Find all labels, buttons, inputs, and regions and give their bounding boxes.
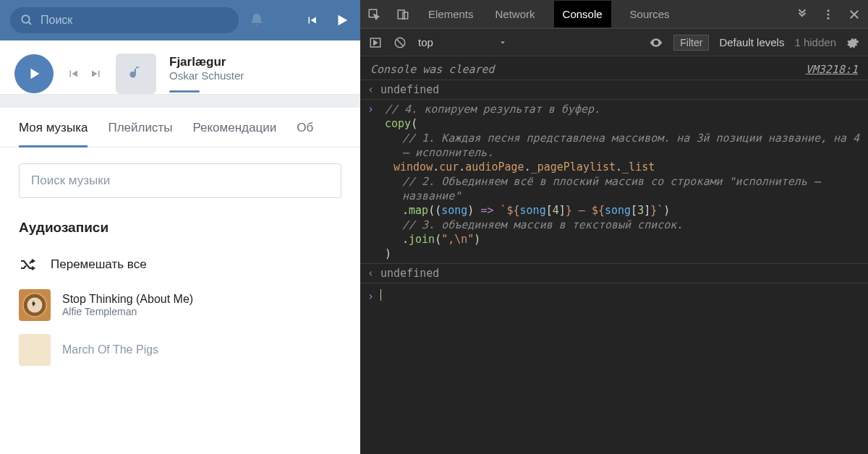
header-player-controls <box>305 12 350 28</box>
music-content: Моя музыка Плейлисты Рекомендации Об Ауд… <box>0 108 360 454</box>
play-icon[interactable] <box>334 12 350 28</box>
track-list: Stop Thinking (About Me) Alfie Templeman… <box>0 273 360 366</box>
inspect-icon[interactable] <box>367 8 380 21</box>
track-row[interactable]: Stop Thinking (About Me) Alfie Templeman <box>19 289 341 321</box>
bell-icon[interactable] <box>249 12 265 28</box>
search-icon <box>20 14 33 27</box>
now-playing-artist: Oskar Schuster <box>169 69 244 82</box>
console-input[interactable]: › <box>360 283 868 309</box>
tab-playlists[interactable]: Плейлисты <box>108 121 172 147</box>
gear-icon[interactable] <box>846 36 859 49</box>
hidden-count[interactable]: 1 hidden <box>794 36 836 48</box>
shuffle-label: Перемешать все <box>51 257 147 272</box>
svg-point-3 <box>27 298 43 313</box>
svg-point-8 <box>827 13 830 15</box>
console-output-text: undefined <box>380 266 439 280</box>
play-button[interactable] <box>14 54 54 93</box>
now-playing-title: Fjarlægur <box>169 55 244 69</box>
svg-point-7 <box>827 9 830 12</box>
kebab-icon[interactable] <box>822 8 835 21</box>
play-icon <box>26 66 42 82</box>
svg-rect-6 <box>403 12 408 19</box>
clear-console-icon[interactable] <box>393 36 407 49</box>
more-tabs-icon[interactable] <box>796 8 809 21</box>
context-select[interactable]: top <box>418 36 507 48</box>
sidebar-toggle-icon[interactable] <box>369 36 382 49</box>
tab-updates[interactable]: Об <box>297 121 313 147</box>
tab-console[interactable]: Console <box>554 1 611 27</box>
music-search-input[interactable] <box>31 174 329 188</box>
shuffle-icon <box>19 256 36 273</box>
tab-elements[interactable]: Elements <box>425 1 477 27</box>
track-artist: Alfie Templeman <box>62 306 193 317</box>
input-chevron-icon: › <box>367 289 380 304</box>
svg-rect-5 <box>398 10 404 19</box>
filter-input[interactable]: Filter <box>673 35 709 51</box>
prev-icon[interactable] <box>305 14 318 27</box>
track-title: March Of The Pigs <box>62 343 158 356</box>
music-search[interactable] <box>19 163 341 198</box>
console-output: Console was cleared VM3218:1 ‹ undefined… <box>360 56 868 454</box>
prev-track-icon[interactable] <box>67 67 80 80</box>
close-icon[interactable] <box>848 8 861 21</box>
devtools-panel: Elements Network Console Sources top Fil… <box>360 0 868 454</box>
context-label: top <box>418 36 433 48</box>
devtools-tabbar: Elements Network Console Sources <box>360 0 868 29</box>
svg-point-9 <box>827 17 830 19</box>
input-caret <box>380 289 381 301</box>
now-playing-cover <box>116 53 156 94</box>
tab-sources[interactable]: Sources <box>627 1 673 27</box>
eye-icon[interactable] <box>649 35 663 50</box>
now-playing-bar: Fjarlægur Oskar Schuster <box>0 40 360 95</box>
tab-network[interactable]: Network <box>493 1 538 27</box>
output-chevron-icon: ‹ <box>367 82 380 97</box>
header-search-input[interactable] <box>41 14 185 27</box>
tab-my-music[interactable]: Моя музыка <box>19 121 88 147</box>
cleared-message: Console was cleared <box>370 62 495 77</box>
svg-line-1 <box>28 22 31 25</box>
source-link[interactable]: VM3218:1 <box>806 62 858 77</box>
input-chevron-icon: › <box>367 102 380 116</box>
shuffle-all-button[interactable]: Перемешать все <box>0 236 360 273</box>
track-cover <box>19 289 51 321</box>
vk-header <box>0 0 360 40</box>
tab-recommendations[interactable]: Рекомендации <box>192 121 276 147</box>
output-chevron-icon: ‹ <box>367 266 380 280</box>
section-title: Аудиозаписи <box>0 198 360 236</box>
device-icon[interactable] <box>396 8 409 21</box>
chevron-down-icon <box>498 38 507 47</box>
track-row[interactable]: March Of The Pigs <box>19 334 341 366</box>
track-title: Stop Thinking (About Me) <box>62 293 193 306</box>
vk-music-app: Fjarlægur Oskar Schuster Моя музыка Плей… <box>0 0 360 454</box>
levels-select[interactable]: Default levels <box>719 36 784 48</box>
svg-point-0 <box>22 15 30 23</box>
console-toolbar: top Filter Default levels 1 hidden <box>360 29 868 56</box>
console-code: // 4. копируем результат в буфер. copy( … <box>380 102 861 261</box>
music-note-icon <box>127 64 145 83</box>
music-tabs: Моя музыка Плейлисты Рекомендации Об <box>0 121 360 147</box>
next-track-icon[interactable] <box>90 67 103 80</box>
header-search[interactable] <box>10 7 239 33</box>
console-output-text: undefined <box>380 82 439 97</box>
track-cover <box>19 334 51 366</box>
progress-indicator <box>169 90 200 93</box>
